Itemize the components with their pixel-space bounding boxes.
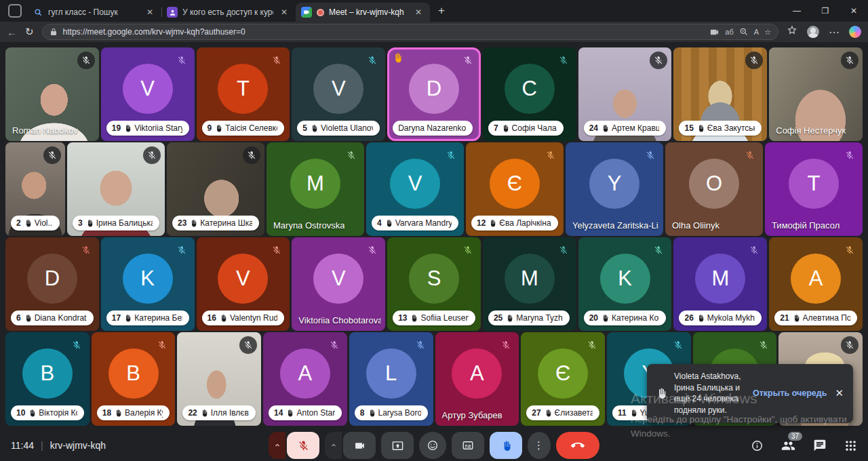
participant-tile[interactable]: A 14 Anton Staro... <box>263 332 347 426</box>
refresh-icon[interactable]: ↻ <box>25 26 34 38</box>
end-call-button[interactable] <box>556 432 599 459</box>
chat-panel-icon[interactable] <box>813 439 827 452</box>
open-queue-button[interactable]: Открыть очередь <box>753 388 827 398</box>
minimize-button[interactable]: — <box>783 0 811 22</box>
tab-close-icon[interactable]: ✕ <box>144 7 156 18</box>
participant-tile[interactable]: B 18 Валерія Кут... <box>92 332 176 426</box>
reactions-button[interactable] <box>419 432 446 459</box>
participant-tile[interactable]: M 25 Maryna Tyzh <box>483 237 576 331</box>
participant-tile[interactable]: C 7 Софія Чала <box>483 47 576 141</box>
copilot-icon[interactable] <box>849 26 861 38</box>
participant-tile[interactable]: 3 Ірина Балицька <box>67 142 165 236</box>
participant-tile[interactable]: T Тимофій Прасол <box>765 142 863 236</box>
browser-window: гугл класс - Пошук ✕ У кого есть доступ … <box>0 0 868 461</box>
participant-tile[interactable]: V Viktoriia Chobotarova <box>292 237 385 331</box>
participant-tile[interactable]: K 20 Катерина Кон... <box>578 237 672 331</box>
participant-label: 27 Єлизавета ... <box>526 405 599 420</box>
mic-options-caret[interactable] <box>269 432 285 459</box>
participant-name: Ірина Балицька <box>96 218 153 228</box>
participant-tile[interactable]: V 19 Viktoriia Starysh <box>101 47 195 141</box>
new-tab-button[interactable]: + <box>430 4 453 18</box>
participant-tile[interactable]: D 6 Diana Kondrato... <box>5 237 99 331</box>
tab-close-icon[interactable]: ✕ <box>278 7 290 18</box>
participant-tile[interactable]: V 16 Valentyn Rude... <box>197 237 290 331</box>
participant-tile[interactable]: A Артур Зубарев <box>435 332 519 426</box>
participant-tile[interactable]: Roman Nabokov <box>5 47 99 141</box>
participant-avatar: A <box>452 348 502 399</box>
close-button[interactable]: ✕ <box>840 0 868 22</box>
translate-icon[interactable]: аб <box>725 28 733 36</box>
browser-tab[interactable]: гугл класс - Пошук ✕ <box>27 3 161 22</box>
camera-button[interactable] <box>343 432 376 459</box>
toast-close-icon[interactable]: ✕ <box>833 386 845 401</box>
participant-name: Mykola Mykhai... <box>707 313 755 323</box>
participant-name: Sofiia Leusenko <box>420 313 468 323</box>
participant-tile[interactable]: B 10 Вікторія Ко... <box>5 332 90 426</box>
raised-hand-icon <box>488 219 496 227</box>
camera-in-use-icon[interactable] <box>709 27 719 37</box>
avatar-initial: T <box>808 172 821 196</box>
activities-icon[interactable] <box>844 439 857 452</box>
participant-tile[interactable]: Є 12 Єва Ларічкіна <box>466 142 564 236</box>
raise-hand-button[interactable] <box>490 432 522 459</box>
present-button[interactable] <box>381 432 414 459</box>
mic-mute-button[interactable] <box>287 432 319 459</box>
participant-name: Єлизавета ... <box>555 408 593 418</box>
participant-tile[interactable]: S 13 Sofiia Leusenko <box>387 237 481 331</box>
participant-tile[interactable]: 2 Viol... <box>5 142 65 236</box>
mic-muted-icon <box>442 146 460 164</box>
participant-name: Yelyzaveta Zaritska-Li... <box>572 220 659 230</box>
avatar-initial: M <box>521 266 538 291</box>
participant-tile[interactable]: L 8 Larysa Boro... <box>349 332 433 426</box>
participant-tile[interactable]: Y Yelyzaveta Zaritska-Li... <box>566 142 663 236</box>
participant-name: Maryna Tyzh <box>516 313 562 323</box>
participant-label: 17 Катерина Безп... <box>106 310 189 325</box>
collections-icon[interactable] <box>787 25 797 39</box>
browser-tab[interactable]: Meet – krv-wjmv-kqh ✕ <box>296 3 430 22</box>
read-aloud-icon[interactable]: A <box>754 28 759 36</box>
avatar-initial: Є <box>555 361 570 386</box>
tab-close-icon[interactable]: ✕ <box>412 7 425 18</box>
browser-tab[interactable]: У кого есть доступ к курсу "Кон ✕ <box>161 3 296 22</box>
meeting-details-icon[interactable] <box>751 439 764 452</box>
participant-name: Diana Kondrato... <box>35 313 87 323</box>
participant-name: Валерія Кут... <box>125 408 163 418</box>
participant-tile[interactable]: T 9 Таісія Селевко <box>197 47 290 141</box>
participant-tile[interactable]: 22 Ілля Івлєв <box>177 332 261 426</box>
participant-tile[interactable]: M 26 Mykola Mykhai... <box>673 237 767 331</box>
camera-options-caret[interactable] <box>325 432 342 459</box>
participant-tile[interactable]: 24 Артем Кравцов <box>578 47 672 141</box>
maximize-button[interactable]: ❐ <box>811 0 840 22</box>
participant-tile[interactable]: A 21 Алевтина Поп... <box>769 237 863 331</box>
participant-tile[interactable]: D Daryna Nazarenko <box>387 47 481 141</box>
tab-media-indicator <box>317 9 324 16</box>
participant-tile[interactable]: 23 Катерина Шкар... <box>167 142 264 236</box>
captions-button[interactable] <box>452 432 484 459</box>
participant-tile[interactable]: O Olha Oliinyk <box>665 142 763 236</box>
participant-tile[interactable]: V 4 Varvara Mandryk <box>366 142 464 236</box>
participant-tile[interactable]: 15 Єва Закутська <box>673 47 767 141</box>
raised-hand-icon <box>114 409 122 417</box>
avatar-initial: T <box>237 77 250 101</box>
participant-tile[interactable]: Софія Нестерчук <box>769 47 863 141</box>
tab-actions-icon[interactable] <box>8 4 22 18</box>
zoom-out-icon[interactable] <box>739 27 749 37</box>
participant-label: 10 Вікторія Ко... <box>11 405 84 420</box>
more-options-button[interactable]: ⋮ <box>528 432 551 459</box>
settings-more-icon[interactable]: ⋯ <box>829 26 840 39</box>
participant-label: 12 Єва Ларічкіна <box>471 216 558 230</box>
participant-avatar: B <box>22 348 73 399</box>
address-bar[interactable]: https://meet.google.com/krv-wjmv-kqh?aut… <box>42 24 778 40</box>
queue-number: 20 <box>589 313 598 323</box>
profile-avatar[interactable] <box>807 26 819 38</box>
back-icon[interactable]: ← <box>7 26 17 38</box>
participant-name: Viktoriia Chobotarova <box>298 315 381 325</box>
participant-label: Olha Oliinyk <box>672 220 719 230</box>
participant-tile[interactable]: V 5 Violetta Ulanova <box>292 47 385 141</box>
people-panel-icon[interactable]: 37 <box>781 439 795 453</box>
favorites-star-icon[interactable]: ☆ <box>764 28 771 37</box>
participant-tile[interactable]: Є 27 Єлизавета ... <box>521 332 605 426</box>
participant-tile[interactable]: K 17 Катерина Безп... <box>101 237 195 331</box>
participant-tile[interactable]: M Maryna Ostrovska <box>267 142 364 236</box>
participant-label: 15 Єва Закутська <box>679 121 762 136</box>
